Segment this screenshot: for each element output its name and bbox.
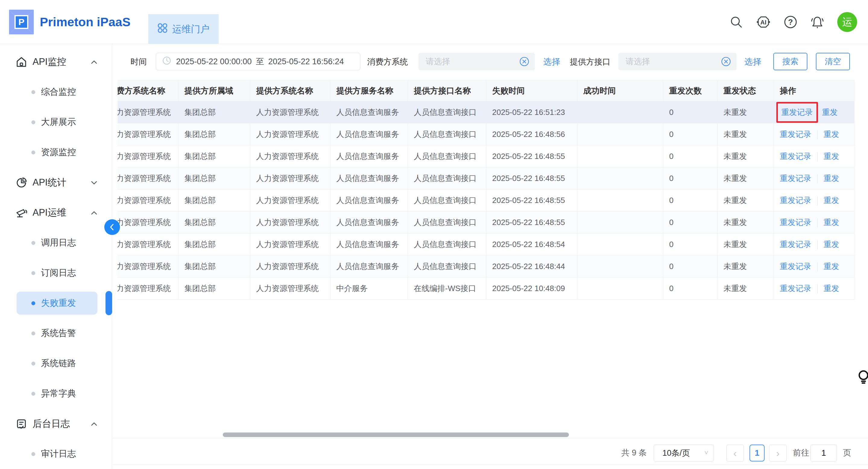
- prev-page-button[interactable]: ‹: [726, 445, 744, 462]
- sidebar-item-13[interactable]: 审计日志: [0, 439, 112, 469]
- horizontal-scrollbar-thumb[interactable]: [223, 433, 569, 437]
- sidebar-item-3[interactable]: 资源监控: [0, 137, 112, 167]
- sidebar-collapse-button[interactable]: [104, 219, 120, 235]
- cell-6: [577, 145, 663, 167]
- sidebar-group-4[interactable]: API统计: [0, 167, 112, 198]
- resend-link[interactable]: 重发: [824, 240, 839, 249]
- next-page-button[interactable]: ›: [769, 445, 786, 462]
- resend-record-link[interactable]: 重发记录: [780, 152, 811, 161]
- resend-link[interactable]: 重发: [824, 174, 839, 183]
- sidebar-item-6[interactable]: 调用日志: [0, 228, 112, 258]
- chevron-up-icon: [90, 209, 98, 217]
- cell-4: 人员信息查询接口: [408, 145, 486, 167]
- cell-4: 在线编排-WS接口: [408, 277, 486, 299]
- table-row[interactable]: 人力资源管理系统集团总部人力资源管理系统人员信息查询服务人员信息查询接口2025…: [118, 145, 854, 167]
- column-header-8: 重发状态: [717, 80, 774, 101]
- lightbulb-icon[interactable]: [858, 369, 868, 385]
- time-range-input[interactable]: 2025-05-22 00:00:00 至 2025-05-22 16:56:2…: [156, 53, 360, 70]
- sidebar-group-12[interactable]: 后台日志: [0, 409, 112, 439]
- sidebar-item-8[interactable]: 失败重发: [0, 288, 112, 318]
- actions-cell: 重发记录重发: [774, 277, 854, 299]
- goto-label: 前往: [793, 444, 809, 462]
- cell-5: 2025-05-22 16:48:55: [486, 211, 577, 233]
- table-row[interactable]: 人力资源管理系统集团总部人力资源管理系统人员信息查询服务人员信息查询接口2025…: [118, 167, 854, 189]
- time-filter-label: 时间: [130, 44, 147, 79]
- actions-cell: 重发记录重发: [774, 256, 854, 277]
- sidebar-item-11[interactable]: 异常字典: [0, 379, 112, 409]
- ai-assistant-icon[interactable]: AI: [756, 15, 771, 29]
- consumer-system-select[interactable]: 请选择: [418, 53, 535, 70]
- time-separator: 至: [256, 56, 264, 67]
- sidebar-group-0[interactable]: API监控: [0, 47, 112, 77]
- cell-0: 人力资源管理系统: [118, 101, 178, 123]
- cell-2: 人力资源管理系统: [250, 123, 330, 145]
- consumer-select-link[interactable]: 选择: [543, 44, 560, 79]
- resend-record-link[interactable]: 重发记录: [780, 240, 811, 249]
- action-divider: [817, 152, 818, 162]
- user-avatar[interactable]: 运: [837, 12, 857, 32]
- sidebar-item-label: 异常字典: [41, 387, 76, 400]
- cell-8: 未重发: [717, 256, 774, 277]
- resend-record-link[interactable]: 重发记录: [780, 174, 811, 183]
- cell-6: [577, 211, 663, 233]
- cell-2: 人力资源管理系统: [250, 145, 330, 167]
- resend-link[interactable]: 重发: [824, 284, 839, 293]
- sidebar-item-10[interactable]: 系统链路: [0, 348, 112, 379]
- table-row[interactable]: 人力资源管理系统集团总部人力资源管理系统人员信息查询服务人员信息查询接口2025…: [118, 233, 854, 256]
- resend-record-link[interactable]: 重发记录: [780, 262, 811, 271]
- table-row[interactable]: 人力资源管理系统集团总部人力资源管理系统人员信息查询服务人员信息查询接口2025…: [118, 211, 854, 233]
- search-button[interactable]: 搜索: [773, 53, 807, 70]
- provider-select-link[interactable]: 选择: [744, 44, 761, 79]
- resend-record-link[interactable]: 重发记录: [780, 196, 811, 205]
- clear-circle-icon[interactable]: [721, 56, 731, 67]
- table-row[interactable]: 人力资源管理系统集团总部人力资源管理系统人员信息查询服务人员信息查询接口2025…: [118, 101, 854, 123]
- resend-link[interactable]: 重发: [824, 130, 839, 139]
- table-row[interactable]: 人力资源管理系统集团总部人力资源管理系统人员信息查询服务人员信息查询接口2025…: [118, 189, 854, 211]
- cell-1: 集团总部: [178, 123, 250, 145]
- cell-5: 2025-05-22 16:48:44: [486, 256, 577, 277]
- search-icon[interactable]: [729, 15, 743, 29]
- page-size-value: 10条/页: [662, 447, 704, 459]
- cell-3: 人员信息查询服务: [330, 101, 408, 123]
- resend-record-link[interactable]: 重发记录: [780, 284, 811, 293]
- table-row[interactable]: 人力资源管理系统集团总部人力资源管理系统人员信息查询服务人员信息查询接口2025…: [118, 256, 854, 277]
- sidebar-group-5[interactable]: API运维: [0, 198, 112, 228]
- actions-cell: 重发记录重发: [774, 123, 854, 145]
- goto-page-input[interactable]: [810, 445, 837, 462]
- cell-0: 人力资源管理系统: [118, 277, 178, 299]
- help-icon[interactable]: ?: [783, 15, 798, 29]
- tab-ops-portal[interactable]: 运维门户: [148, 14, 219, 44]
- resend-record-link[interactable]: 重发记录: [781, 108, 813, 117]
- notification-bell-icon[interactable]: [810, 15, 825, 29]
- resend-link[interactable]: 重发: [824, 152, 839, 161]
- provider-interface-select[interactable]: 请选择: [618, 53, 737, 70]
- resend-link[interactable]: 重发: [824, 218, 839, 227]
- resend-link[interactable]: 重发: [824, 196, 839, 205]
- table-row[interactable]: 人力资源管理系统集团总部人力资源管理系统人员信息查询服务人员信息查询接口2025…: [118, 123, 854, 145]
- sidebar-item-1[interactable]: 综合监控: [0, 77, 112, 107]
- cell-0: 人力资源管理系统: [118, 211, 178, 233]
- resend-record-link[interactable]: 重发记录: [780, 218, 811, 227]
- resend-link[interactable]: 重发: [822, 108, 838, 117]
- table-row[interactable]: 人力资源管理系统集团总部人力资源管理系统中介服务在线编排-WS接口2025-05…: [118, 277, 854, 299]
- cell-5: 2025-05-22 10:48:09: [486, 277, 577, 299]
- resend-link[interactable]: 重发: [824, 262, 839, 271]
- page-size-select[interactable]: 10条/页 ˅: [654, 445, 714, 462]
- sidebar-item-2[interactable]: 大屏展示: [0, 107, 112, 137]
- cell-3: 人员信息查询服务: [330, 256, 408, 277]
- sidebar-item-7[interactable]: 订阅日志: [0, 258, 112, 288]
- actions-cell: 重发记录重发: [774, 167, 854, 189]
- actions-cell: 重发记录重发: [774, 189, 854, 211]
- clear-button[interactable]: 清空: [816, 53, 850, 70]
- cell-5: 2025-05-22 16:48:55: [486, 189, 577, 211]
- cell-2: 人力资源管理系统: [250, 189, 330, 211]
- clear-circle-icon[interactable]: [519, 56, 529, 67]
- cell-4: 人员信息查询接口: [408, 101, 486, 123]
- bullet-dot-icon: [31, 392, 35, 396]
- sidebar-item-label: 系统链路: [41, 357, 76, 370]
- resend-record-link[interactable]: 重发记录: [780, 130, 811, 139]
- current-page-button[interactable]: 1: [749, 445, 765, 462]
- cell-6: [577, 101, 663, 123]
- sidebar-item-label: 大屏展示: [41, 116, 76, 128]
- sidebar-item-9[interactable]: 系统告警: [0, 318, 112, 348]
